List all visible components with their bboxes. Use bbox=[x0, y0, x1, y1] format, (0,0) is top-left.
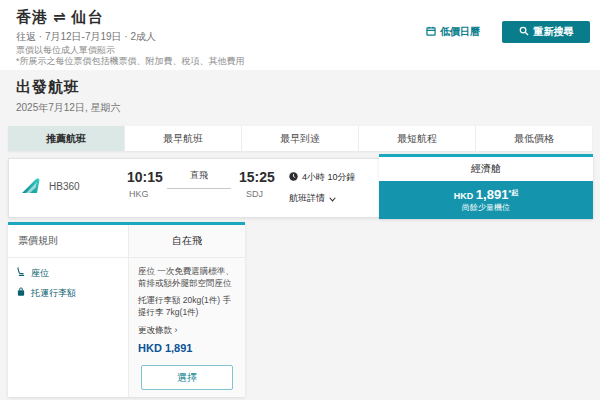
sort-tabs: 推薦航班 最早航班 最早到達 最短航程 最低價格 bbox=[8, 126, 592, 151]
seat-detail-text: 座位 一次免費選購標準、前排或額外腿部空間座位 bbox=[138, 265, 236, 290]
price-from-suffix: *起 bbox=[508, 189, 518, 196]
seats-availability: 尚餘少量機位 bbox=[462, 203, 510, 213]
arrival-time: 15:25 bbox=[239, 169, 275, 185]
route-title: 香港⇌仙台 bbox=[16, 8, 104, 27]
stop-type-label: 直飛 bbox=[167, 169, 231, 182]
fare-brand-panel: 票價規則 自在飛 座位 托運行李額 座位 一次免費選購標準、前排或額外腿部空間座… bbox=[8, 222, 245, 397]
tab-earliest-departure[interactable]: 最早航班 bbox=[125, 126, 242, 151]
clock-icon bbox=[289, 172, 298, 183]
flight-result-card: HB360 10:15 HKG 直飛 15:25 SDJ 4小時 10分鐘 航班… bbox=[8, 158, 592, 218]
arrival-airport-code: SDJ bbox=[246, 189, 263, 199]
trip-summary: 往返 · 7月12日-7月19日 · 2成人 bbox=[16, 30, 156, 44]
flight-duration: 4小時 10分鐘 bbox=[289, 171, 356, 184]
change-terms-label: 更改條款 bbox=[138, 325, 172, 335]
search-icon bbox=[519, 26, 529, 38]
fare-rules-header: 票價規則 bbox=[8, 225, 128, 257]
departing-flights-date: 2025年7月12日, 星期六 bbox=[16, 101, 121, 115]
departing-flights-title: 出發航班 bbox=[16, 78, 80, 97]
baggage-icon bbox=[16, 287, 26, 299]
fare-total-price: HKD 1,891 bbox=[138, 341, 236, 357]
search-again-label: 重新搜尋 bbox=[534, 25, 574, 39]
search-again-button[interactable]: 重新搜尋 bbox=[502, 21, 590, 43]
chevron-down-icon bbox=[329, 194, 336, 204]
flight-results-page: 香港⇌仙台 往返 · 7月12日-7月19日 · 2成人 票價以每位成人單價顯示… bbox=[0, 0, 600, 400]
departure-airport-code: HKG bbox=[129, 189, 149, 199]
tab-lowest-price[interactable]: 最低價格 bbox=[476, 126, 592, 151]
flight-duration-label: 4小時 10分鐘 bbox=[302, 171, 356, 184]
feature-row-baggage: 托運行李額 bbox=[16, 287, 120, 300]
fare-note-line2: *所展示之每位票價包括機票價、附加費、稅項、其他費用 bbox=[16, 55, 245, 68]
flight-details-toggle[interactable]: 航班詳情 bbox=[289, 192, 336, 205]
seat-icon bbox=[16, 267, 26, 279]
change-terms-link[interactable]: 更改條款 › bbox=[138, 324, 236, 336]
airline-tail-logo-icon bbox=[21, 177, 43, 198]
flight-details-label: 航班詳情 bbox=[289, 192, 325, 205]
search-summary-header: 香港⇌仙台 往返 · 7月12日-7月19日 · 2成人 票價以每位成人單價顯示… bbox=[0, 0, 600, 70]
cabin-name: 經濟艙 bbox=[379, 157, 593, 181]
fare-feature-list: 座位 托運行李額 bbox=[8, 258, 128, 398]
feature-row-seat: 座位 bbox=[16, 267, 120, 280]
swap-route-icon: ⇌ bbox=[53, 8, 67, 25]
origin-city: 香港 bbox=[16, 8, 48, 25]
flight-number: HB360 bbox=[49, 181, 80, 192]
feature-baggage-label: 托運行李額 bbox=[31, 287, 76, 300]
price-currency: HKD bbox=[454, 191, 474, 201]
fare-brand-details: 座位 一次免費選購標準、前排或額外腿部空間座位 托運行李額 20kg(1件) 手… bbox=[128, 258, 245, 398]
low-fare-calendar-label: 低價日曆 bbox=[440, 25, 480, 39]
tab-earliest-arrival[interactable]: 最早到達 bbox=[242, 126, 359, 151]
route-line bbox=[167, 188, 231, 189]
economy-price-box[interactable]: HKD 1,891*起 尚餘少量機位 bbox=[379, 181, 593, 219]
departure-time: 10:15 bbox=[127, 169, 163, 185]
low-fare-calendar-link[interactable]: 低價日曆 bbox=[426, 25, 480, 39]
feature-seat-label: 座位 bbox=[31, 267, 49, 280]
price-amount: 1,891 bbox=[476, 187, 509, 202]
select-fare-button[interactable]: 選擇 bbox=[141, 365, 233, 390]
price-line: HKD 1,891*起 bbox=[454, 187, 518, 203]
calendar-icon bbox=[426, 26, 436, 38]
destination-city: 仙台 bbox=[72, 8, 104, 25]
stops-indicator: 直飛 bbox=[167, 169, 231, 189]
chevron-right-icon: › bbox=[174, 325, 177, 335]
economy-price-tab[interactable]: 經濟艙 HKD 1,891*起 尚餘少量機位 bbox=[379, 154, 593, 219]
fare-brand-name: 自在飛 bbox=[128, 225, 245, 257]
tab-recommended[interactable]: 推薦航班 bbox=[8, 126, 125, 151]
baggage-detail-text: 托運行李額 20kg(1件) 手提行李 7kg(1件) bbox=[138, 294, 236, 319]
tab-shortest-duration[interactable]: 最短航程 bbox=[359, 126, 476, 151]
fare-panel-body: 座位 托運行李額 座位 一次免費選購標準、前排或額外腿部空間座位 托運行李額 2… bbox=[8, 258, 245, 398]
fare-panel-header: 票價規則 自在飛 bbox=[8, 225, 245, 258]
